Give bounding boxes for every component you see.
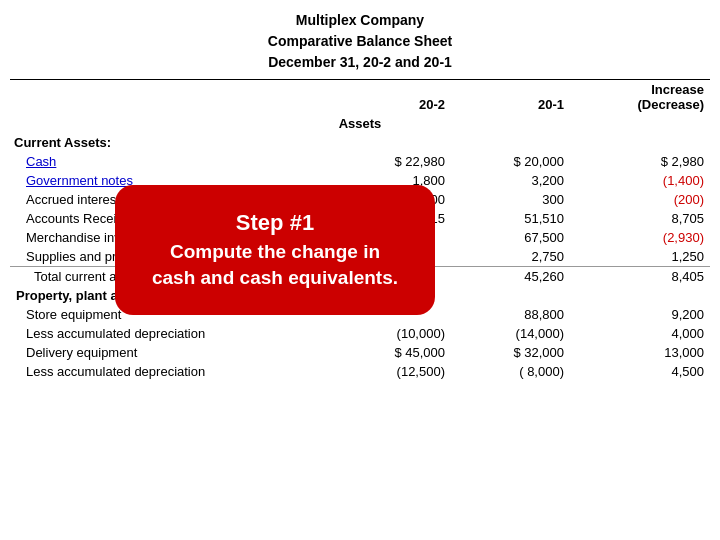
row-change: (2,930) xyxy=(570,228,710,247)
decrease-label: (Decrease) xyxy=(638,97,705,112)
row-change: $ 2,980 xyxy=(570,152,710,171)
row-val201: $ 32,000 xyxy=(451,343,570,362)
title-line3: December 31, 20-2 and 20-1 xyxy=(10,52,710,73)
row-val201: ( 8,000) xyxy=(451,362,570,381)
report-title: Multiplex Company Comparative Balance Sh… xyxy=(10,10,710,73)
title-line2: Comparative Balance Sheet xyxy=(10,31,710,52)
table-row: Less accumulated depreciation (12,500) (… xyxy=(10,362,710,381)
row-val201: $ 20,000 xyxy=(451,152,570,171)
row-change: 9,200 xyxy=(570,305,710,324)
assets-section: Assets xyxy=(10,114,710,133)
row-label: Delivery equipment xyxy=(10,343,332,362)
row-change: 4,000 xyxy=(570,324,710,343)
current-assets-section: Current Assets: xyxy=(10,133,710,152)
row-val201: (14,000) xyxy=(451,324,570,343)
increase-label: Increase xyxy=(651,82,704,97)
popup-body-text: Compute the change incash and cash equiv… xyxy=(152,239,398,292)
row-change: 4,500 xyxy=(570,362,710,381)
popup-step-label: Step #1 xyxy=(236,208,314,239)
row-val202: (12,500) xyxy=(332,362,451,381)
row-label: Cash xyxy=(26,154,56,169)
row-val202: $ 45,000 xyxy=(332,343,451,362)
row-change: 8,705 xyxy=(570,209,710,228)
column-headers: 20-2 20-1 Increase (Decrease) xyxy=(10,80,710,115)
row-val201: 45,260 xyxy=(451,267,570,287)
row-change: 1,250 xyxy=(570,247,710,267)
step-popup: Step #1 Compute the change incash and ca… xyxy=(115,185,435,315)
row-val201: 51,510 xyxy=(451,209,570,228)
row-val201: 3,200 xyxy=(451,171,570,190)
title-line1: Multiplex Company xyxy=(10,10,710,31)
row-val201: 88,800 xyxy=(451,305,570,324)
table-row: Cash $ 22,980 $ 20,000 $ 2,980 xyxy=(10,152,710,171)
change-header: Increase (Decrease) xyxy=(570,80,710,115)
col202-header: 20-2 xyxy=(332,80,451,115)
row-change: 8,405 xyxy=(570,267,710,287)
row-val202: $ 22,980 xyxy=(332,152,451,171)
row-change: 13,000 xyxy=(570,343,710,362)
label-header xyxy=(10,80,332,115)
row-change: (1,400) xyxy=(570,171,710,190)
current-assets-label: Current Assets: xyxy=(10,133,332,152)
row-val201: 300 xyxy=(451,190,570,209)
row-label: Less accumulated depreciation xyxy=(10,324,332,343)
row-change: (200) xyxy=(570,190,710,209)
row-label: Less accumulated depreciation xyxy=(10,362,332,381)
col201-header: 20-1 xyxy=(451,80,570,115)
row-label: Government notes xyxy=(26,173,133,188)
table-row: Less accumulated depreciation (10,000) (… xyxy=(10,324,710,343)
assets-label: Assets xyxy=(10,114,710,133)
table-row: Delivery equipment $ 45,000 $ 32,000 13,… xyxy=(10,343,710,362)
row-val201: 2,750 xyxy=(451,247,570,267)
page-container: Multiplex Company Comparative Balance Sh… xyxy=(0,0,720,540)
row-val201: 67,500 xyxy=(451,228,570,247)
row-val202: (10,000) xyxy=(332,324,451,343)
